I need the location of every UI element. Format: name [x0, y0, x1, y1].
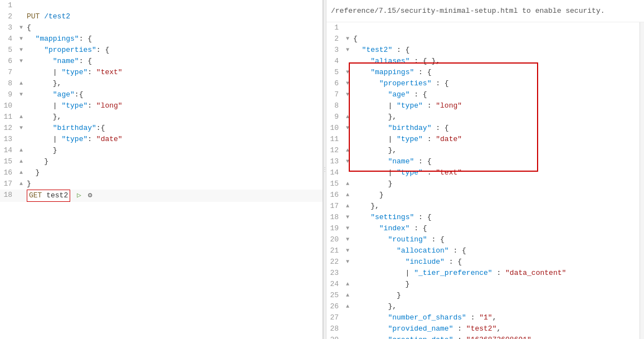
line-number-5: 5 — [0, 45, 17, 56]
code-line-11: 11▲ }, — [0, 112, 323, 123]
token-default: : { — [449, 246, 466, 255]
token-default — [353, 46, 362, 54]
fold-btn-24[interactable]: ▲ — [343, 279, 352, 290]
line-content-17: } — [26, 178, 323, 190]
token-key: "creation_date" — [388, 336, 453, 339]
code-line-2: 2PUT /test2 — [0, 11, 323, 22]
code-line-16: 16▲ } — [0, 167, 323, 178]
fold-btn-3[interactable]: ▼ — [343, 45, 352, 56]
line-number-4: 4 — [0, 33, 17, 45]
fold-btn-19[interactable]: ▼ — [343, 223, 352, 234]
token-default: | — [353, 101, 397, 110]
token-default — [353, 224, 379, 233]
fold-btn-18[interactable]: ▼ — [343, 212, 352, 223]
fold-btn-9[interactable]: ▼ — [17, 89, 26, 100]
token-default: : { — [431, 79, 448, 88]
line-content-2: PUT /test2 — [26, 11, 323, 22]
line-content-7: "age" : { — [352, 89, 640, 100]
token-default: : { — [427, 235, 445, 244]
token-default — [353, 57, 370, 65]
fold-btn-10[interactable]: ▼ — [343, 123, 352, 134]
token-default — [27, 35, 36, 43]
code-line-2: 2▼{ — [326, 33, 640, 45]
token-default: : { — [409, 90, 427, 99]
fold-btn-16[interactable]: ▲ — [17, 167, 26, 178]
fold-btn-12[interactable]: ▲ — [343, 145, 352, 156]
code-line-26: 26▲ }, — [326, 301, 640, 312]
token-key: "type" — [397, 168, 423, 177]
fold-btn-2[interactable]: ▼ — [343, 33, 352, 45]
fold-btn-11[interactable]: ▲ — [17, 112, 26, 123]
line-number-29: 29 — [326, 335, 343, 339]
fold-btn-5[interactable]: ▼ — [343, 67, 352, 78]
fold-btn-22[interactable]: ▼ — [343, 256, 352, 268]
fold-btn-12[interactable]: ▼ — [17, 123, 26, 134]
code-line-11: 11 | "type" : "date" — [326, 134, 640, 145]
token-key: "include" — [406, 258, 445, 266]
fold-btn-25[interactable]: ▲ — [343, 290, 352, 301]
token-string: "1" — [479, 313, 492, 322]
line-content-29: "creation_date" : "1636873608691", — [352, 335, 640, 339]
token-default: : { — [414, 68, 431, 76]
code-line-9: 9▲ }, — [326, 112, 640, 123]
token-default: }, — [353, 302, 397, 311]
right-scrollbar[interactable] — [640, 22, 644, 339]
fold-btn-21[interactable]: ▼ — [343, 245, 352, 256]
line-content-23: | "_tier_preference" : "data_content" — [352, 268, 640, 279]
token-default: } — [353, 280, 409, 288]
right-code-area[interactable]: 12▼{3▼ "test2" : {4 "aliases" : { },5▼ "… — [326, 22, 640, 339]
token-key: "birthday" — [53, 124, 96, 132]
token-string: "date" — [436, 135, 462, 143]
token-string: "date" — [96, 135, 123, 143]
code-line-25: 25▲ } — [326, 290, 640, 301]
line-number-12: 12 — [326, 145, 343, 156]
fold-btn-26[interactable]: ▲ — [343, 301, 352, 312]
code-line-17: 17▲} — [0, 178, 323, 190]
wrench-icon[interactable]: ⚙ — [84, 191, 92, 200]
fold-btn-16[interactable]: ▲ — [343, 190, 352, 201]
token-default — [353, 325, 388, 333]
fold-btn-6[interactable]: ▼ — [343, 78, 352, 89]
line-number-6: 6 — [326, 78, 343, 89]
code-line-6: 6▼ "properties" : { — [326, 78, 640, 89]
fold-btn-17[interactable]: ▲ — [17, 178, 26, 190]
fold-btn-14[interactable]: ▲ — [17, 145, 26, 156]
token-default: : { — [414, 157, 431, 166]
line-number-9: 9 — [326, 112, 343, 123]
token-default: : { — [431, 124, 448, 132]
fold-btn-6[interactable]: ▼ — [17, 56, 26, 67]
line-content-4: "aliases" : { }, — [352, 56, 640, 67]
line-content-14: | "type" : "text" — [352, 167, 640, 178]
token-string: "test2" — [466, 325, 497, 333]
fold-btn-8[interactable]: ▲ — [17, 78, 26, 89]
fold-btn-20[interactable]: ▼ — [343, 234, 352, 245]
line-content-27: "number_of_shards" : "1", — [352, 312, 640, 323]
code-line-18[interactable]: 18GET test2 ▷ ⚙ — [0, 190, 323, 202]
token-key: "age" — [388, 90, 409, 99]
line-number-7: 7 — [326, 89, 343, 100]
line-content-3: "test2" : { — [352, 45, 640, 56]
code-line-7: 7 | "type": "text" — [0, 67, 323, 78]
token-key: "mappings" — [36, 35, 79, 43]
token-key: "type" — [397, 135, 423, 143]
fold-btn-13[interactable]: ▼ — [343, 156, 352, 167]
token-default — [353, 336, 388, 339]
fold-btn-7[interactable]: ▼ — [343, 89, 352, 100]
fold-btn-4[interactable]: ▼ — [17, 33, 26, 45]
line-number-9: 9 — [0, 89, 17, 100]
code-line-4: 4 "aliases" : { }, — [326, 56, 640, 67]
fold-btn-15[interactable]: ▲ — [17, 156, 26, 167]
left-code-area[interactable]: 12PUT /test23▼{4▼ "mappings": {5▼ "prope… — [0, 0, 323, 339]
fold-btn-9[interactable]: ▲ — [343, 112, 352, 123]
get-input-box[interactable]: GET test2 — [27, 190, 70, 202]
line-number-12: 12 — [0, 123, 17, 134]
fold-btn-3[interactable]: ▼ — [17, 22, 26, 33]
line-content-18: GET test2 ▷ ⚙ — [26, 190, 323, 202]
fold-btn-17[interactable]: ▲ — [343, 201, 352, 212]
code-line-14: 14▲ } — [0, 145, 323, 156]
code-line-1: 1 — [326, 22, 640, 33]
fold-btn-15[interactable]: ▲ — [343, 178, 352, 190]
fold-btn-5[interactable]: ▼ — [17, 45, 26, 56]
line-number-3: 3 — [326, 45, 343, 56]
run-icon[interactable]: ▷ — [72, 191, 81, 200]
